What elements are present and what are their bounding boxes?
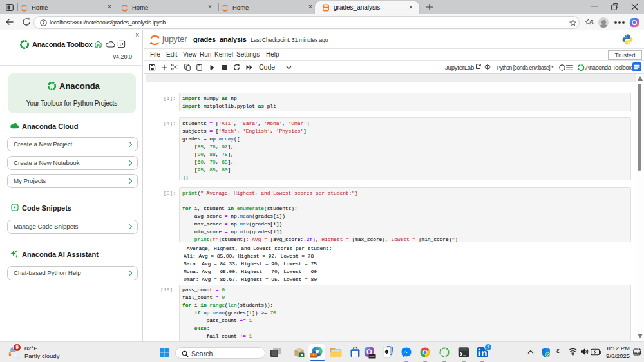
svg-text:M365: M365: [370, 356, 375, 358]
